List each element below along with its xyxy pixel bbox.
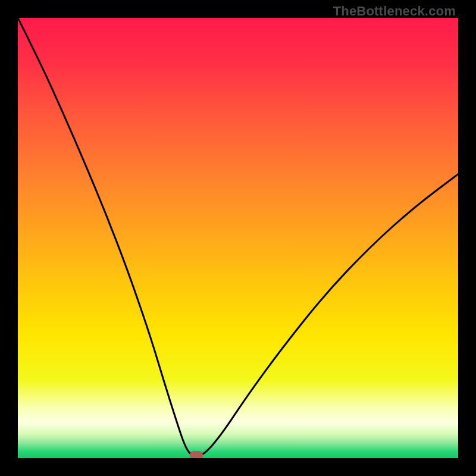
- optimal-point-marker: [190, 451, 203, 458]
- chart-frame: TheBottleneck.com: [0, 0, 476, 476]
- watermark-text: TheBottleneck.com: [333, 4, 456, 19]
- plot-area: [18, 18, 458, 458]
- bottleneck-curve: [18, 18, 458, 458]
